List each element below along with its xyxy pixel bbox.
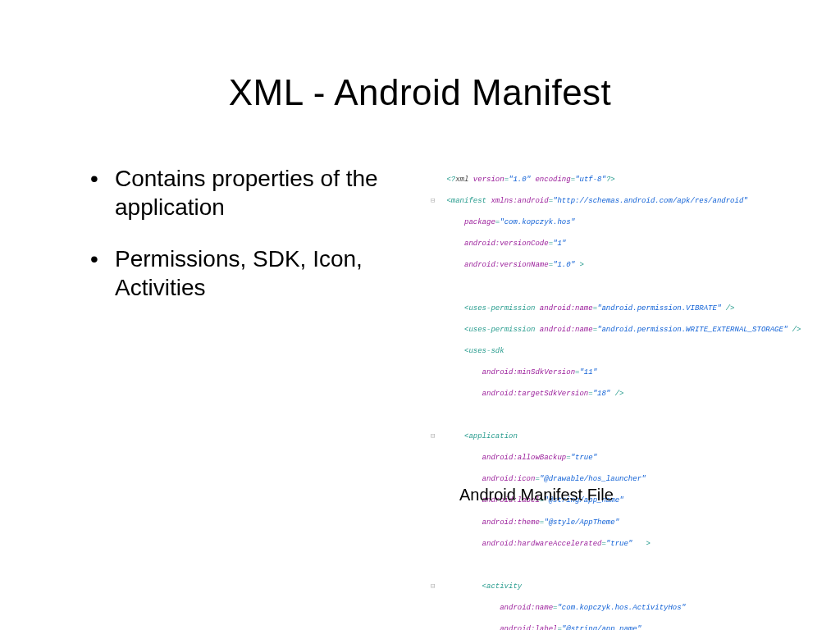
bullet-item: Contains properties of the application (90, 164, 418, 221)
app-theme: @style/AppTheme (549, 518, 615, 527)
bullet-list: Contains properties of the application P… (90, 164, 418, 325)
xml-encoding: utf-8 (580, 176, 602, 184)
package: com.kopczyk.hos (504, 218, 571, 226)
code-caption: Android Manifest File (459, 486, 614, 504)
perm-0: android.permission.VIBRATE (601, 304, 716, 313)
slide-title: XML - Android Manifest (0, 72, 840, 113)
target-sdk: 18 (597, 390, 606, 398)
xmlns-android: http://schemas.android.com/apk/res/andro… (557, 197, 743, 205)
app-icon: @drawable/hos_launcher (544, 475, 641, 483)
bullet-item: Permissions, SDK, Icon, Activities (90, 244, 418, 302)
activity-label: @string/app_name (566, 625, 637, 630)
xml-version: 1.0 (513, 176, 526, 184)
xml-code-snippet: <?xml version="1.0" encoding="utf-8"?> ⊟… (431, 164, 816, 630)
version-name: 1.0 (557, 261, 570, 269)
version-code: 1 (557, 240, 561, 248)
perm-1: android.permission.WRITE_EXTERNAL_STORAG… (601, 326, 783, 334)
hw-accel: true (610, 540, 628, 548)
slide: XML - Android Manifest Contains properti… (0, 0, 840, 630)
allow-backup: true (575, 454, 593, 462)
activity-name: com.kopczyk.hos.ActivityHos (562, 604, 682, 612)
min-sdk: 11 (584, 368, 593, 377)
